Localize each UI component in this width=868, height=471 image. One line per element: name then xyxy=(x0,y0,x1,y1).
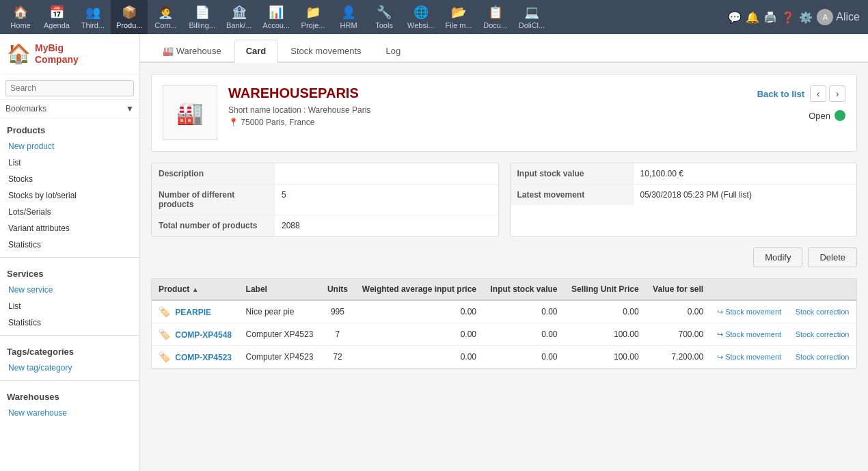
search-input[interactable] xyxy=(5,80,134,96)
product-link[interactable]: COMP-XP4548 xyxy=(175,330,232,340)
sidebar-item-services-list[interactable]: List xyxy=(0,298,139,314)
content-area: 🏭 WAREHOUSEPARIS Short name location : W… xyxy=(140,63,868,380)
com-icon: 🧑‍💼 xyxy=(158,5,173,20)
main-content: 🏭 Warehouse Card Stock movements Log 🏭 W… xyxy=(140,34,868,471)
total-num-label: Total number of products xyxy=(152,215,275,236)
col-label: Label xyxy=(239,279,321,300)
avatar: A xyxy=(817,9,833,25)
product-cell: 🏷️ PEARPIE xyxy=(152,300,239,323)
num-diff-products-label: Number of different products xyxy=(152,185,275,215)
hrm-icon: 👤 xyxy=(341,5,356,20)
latest-movement-row: Latest movement 05/30/2018 05:23 PM (Ful… xyxy=(511,185,857,205)
website-icon: 🌐 xyxy=(413,5,429,20)
action1-cell: ↪ Stock movement xyxy=(710,323,788,346)
sidebar-item-new-tag[interactable]: New tag/category xyxy=(0,360,139,376)
stock-correction-link-2[interactable]: Stock correction xyxy=(796,330,850,338)
sidebar-item-stocks[interactable]: Stocks xyxy=(0,171,139,187)
warehouses-section-title: Warehouses xyxy=(0,385,139,405)
help-icon[interactable]: ❓ xyxy=(781,11,795,24)
top-nav-right: 💬 🔔 🖨️ ❓ ⚙️ A Alice xyxy=(728,9,865,25)
billing-icon: 📄 xyxy=(195,5,210,20)
weighted-avg-cell: 0.00 xyxy=(355,323,483,346)
nav-item-hrm[interactable]: 👤 HRM xyxy=(331,0,366,34)
action1-cell: ↪ Stock movement xyxy=(710,300,788,323)
sidebar-item-stocks-lot[interactable]: Stocks by lot/serial xyxy=(0,187,139,204)
nav-item-tools[interactable]: 🔧 Tools xyxy=(366,0,402,34)
nav-item-accounting[interactable]: 📊 Accou... xyxy=(257,0,295,34)
agenda-icon: 📅 xyxy=(49,5,64,20)
sidebar-item-new-warehouse[interactable]: New warehouse xyxy=(0,405,139,421)
user-menu[interactable]: A Alice xyxy=(817,9,860,25)
tab-stock-movements[interactable]: Stock movements xyxy=(279,40,372,62)
units-cell: 72 xyxy=(321,346,355,368)
nav-item-docs[interactable]: 📋 Docu... xyxy=(478,0,513,34)
tab-warehouse[interactable]: 🏭 Warehouse xyxy=(151,40,233,62)
bookmarks-dropdown[interactable]: Bookmarks ▼ xyxy=(0,100,139,118)
info-grid: Description Number of different products… xyxy=(151,163,857,237)
back-nav: Back to list ‹ › xyxy=(757,85,845,102)
selling-unit-cell: 100.00 xyxy=(565,323,646,346)
next-arrow[interactable]: › xyxy=(829,85,845,102)
nav-item-third[interactable]: 👥 Third... xyxy=(75,0,111,34)
col-product[interactable]: Product ▲ xyxy=(152,279,239,300)
home-icon: 🏠 xyxy=(13,5,28,20)
sidebar-item-new-product[interactable]: New product xyxy=(0,138,139,154)
nav-item-dolicl[interactable]: 💻 DoliCl... xyxy=(513,0,551,34)
settings-icon[interactable]: ⚙️ xyxy=(799,11,813,24)
tools-icon: 🔧 xyxy=(377,5,392,20)
input-stock-row: Input stock value 10,100.00 € xyxy=(511,163,857,185)
input-stock-cell: 0.00 xyxy=(483,323,565,346)
weighted-avg-cell: 0.00 xyxy=(355,300,483,323)
nav-item-billing[interactable]: 📄 Billing... xyxy=(183,0,221,34)
tab-card[interactable]: Card xyxy=(234,40,278,63)
stock-movement-link-2[interactable]: ↪ Stock movement xyxy=(717,330,781,338)
latest-movement-label: Latest movement xyxy=(511,185,634,205)
label-cell: Nice pear pie xyxy=(239,300,321,323)
warehouse-name: WAREHOUSEPARIS xyxy=(228,85,757,101)
stock-movement-link-1[interactable]: ↪ Stock movement xyxy=(717,308,781,316)
sidebar-item-services-statistics[interactable]: Statistics xyxy=(0,314,139,331)
stock-correction-link-1[interactable]: Stock correction xyxy=(796,308,850,316)
product-cell: 🏷️ COMP-XP4523 xyxy=(152,346,239,368)
info-left: Description Number of different products… xyxy=(151,163,499,237)
delete-button[interactable]: Delete xyxy=(808,247,857,267)
product-link[interactable]: COMP-XP4523 xyxy=(175,353,232,362)
sidebar-item-new-service[interactable]: New service xyxy=(0,282,139,298)
prev-arrow[interactable]: ‹ xyxy=(810,85,826,102)
nav-item-agenda[interactable]: 📅 Agenda xyxy=(38,0,75,34)
products-table-container: Product ▲ Label Units Weighted average i… xyxy=(151,278,857,369)
nav-item-com[interactable]: 🧑‍💼 Com... xyxy=(148,0,183,34)
action-buttons: Modify Delete xyxy=(151,247,857,267)
sidebar-item-products-list[interactable]: List xyxy=(0,154,139,171)
notifications-icon[interactable]: 🔔 xyxy=(746,11,759,24)
nav-item-home[interactable]: 🏠 Home xyxy=(3,0,38,34)
logo-icon: 🏠 xyxy=(7,42,31,65)
products-table: Product ▲ Label Units Weighted average i… xyxy=(152,279,856,368)
tab-log[interactable]: Log xyxy=(375,40,413,62)
tags-section-title: Tags/categories xyxy=(0,340,139,360)
sidebar-item-variant-attributes[interactable]: Variant attributes xyxy=(0,220,139,237)
nav-item-products[interactable]: 📦 Produ... xyxy=(111,0,148,34)
stock-movement-link-3[interactable]: ↪ Stock movement xyxy=(717,353,781,361)
nav-item-bank[interactable]: 🏦 Bank/... xyxy=(221,0,257,34)
movement-icon: ↪ xyxy=(717,353,723,361)
product-link[interactable]: PEARPIE xyxy=(175,308,211,317)
modify-button[interactable]: Modify xyxy=(753,247,802,267)
sidebar-item-lots-serials[interactable]: Lots/Serials xyxy=(0,204,139,220)
print-icon[interactable]: 🖨️ xyxy=(763,11,777,24)
nav-item-website[interactable]: 🌐 Websi... xyxy=(402,0,440,34)
back-to-list-link[interactable]: Back to list xyxy=(757,89,804,99)
location-icon: 📍 xyxy=(228,118,239,127)
nav-item-files[interactable]: 📂 File m... xyxy=(440,0,478,34)
units-cell: 7 xyxy=(321,323,355,346)
services-section-title: Services xyxy=(0,262,139,282)
chat-icon[interactable]: 💬 xyxy=(728,11,742,24)
stock-correction-link-3[interactable]: Stock correction xyxy=(796,353,850,361)
nav-item-projects[interactable]: 📁 Proje... xyxy=(295,0,331,34)
tabs-bar: 🏭 Warehouse Card Stock movements Log xyxy=(140,34,868,63)
sidebar-item-products-statistics[interactable]: Statistics xyxy=(0,237,139,253)
company-name: MyBigCompany xyxy=(35,42,79,66)
col-selling-unit: Selling Unit Price xyxy=(565,279,646,300)
warehouse-tab-icon: 🏭 xyxy=(163,46,174,56)
col-weighted-avg: Weighted average input price xyxy=(355,279,483,300)
